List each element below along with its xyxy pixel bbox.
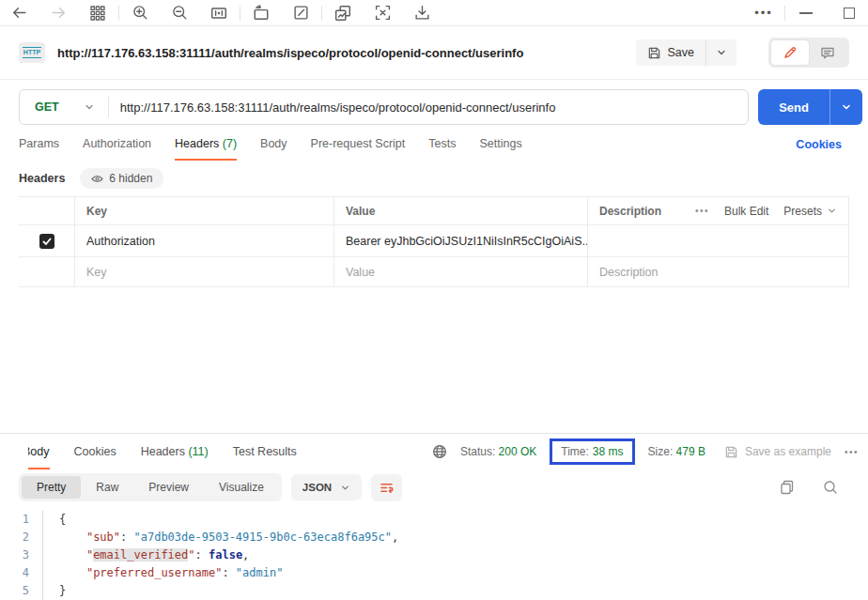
response-headers-count: (11) [188,445,208,458]
save-as-example-button[interactable]: Save as example [724,445,831,459]
checkbox-column-header [19,197,75,224]
edit-icon[interactable] [291,4,310,23]
tab-headers[interactable]: Headers (7) [175,137,237,161]
cookies-link[interactable]: Cookies [796,138,842,160]
row-checkbox-checked[interactable] [39,234,54,249]
actual-size-icon[interactable] [209,4,228,23]
response-tab-cookies[interactable]: Cookies [74,434,116,469]
headers-section-title: Headers [19,172,65,185]
response-view-bar: Pretty Raw Preview Visualize JSON [0,469,868,507]
chevron-down-icon [827,206,837,216]
send-button-label: Send [758,89,829,125]
chevron-down-icon [841,101,852,113]
back-icon[interactable] [9,4,28,23]
chevron-down-icon [84,101,95,113]
description-placeholder[interactable]: Description [588,257,849,286]
header-value-cell[interactable]: Bearer eyJhbGciOiJSUzI1NiIsInR5cCIgOiAiS… [334,225,588,256]
edit-pencil-button[interactable] [771,40,809,65]
chevron-down-icon [716,47,727,58]
send-button[interactable]: Send [758,89,862,125]
method-selector[interactable]: GET [20,100,108,114]
zoom-in-icon[interactable] [131,4,149,23]
tab-params[interactable]: Params [19,137,59,161]
view-tab-pretty[interactable]: Pretty [22,476,81,499]
maximize-button[interactable] [840,4,859,23]
response-section: Body Cookies Headers (11) Test Results S… [0,433,868,600]
save-dropdown-button[interactable] [705,39,736,66]
floppy-icon [647,46,661,60]
request-title-row: HTTP http://117.176.63.158:31111/auth/re… [0,26,868,80]
format-dropdown[interactable]: JSON [291,474,362,500]
tab-settings[interactable]: Settings [479,137,521,161]
request-url-bar: GET http://117.176.63.158:31111/auth/rea… [19,89,862,125]
view-tab-visualize[interactable]: Visualize [204,476,279,499]
comment-icon [820,45,835,60]
tab-tests[interactable]: Tests [428,137,456,161]
header-key-cell[interactable]: Authorization [75,225,334,256]
url-input[interactable]: http://117.176.63.158:31111/auth/realms/… [109,100,567,115]
url-input-container: GET http://117.176.63.158:31111/auth/rea… [19,89,749,125]
header-description-cell[interactable] [588,225,849,256]
search-response-icon[interactable] [821,478,840,497]
toolbar-divider [240,6,240,21]
more-options-icon[interactable]: ••• [754,4,773,23]
column-key: Key [75,197,334,224]
tab-authorization[interactable]: Authorization [83,137,151,161]
response-tab-headers[interactable]: Headers (11) [141,434,209,469]
network-globe-icon [432,444,447,459]
check-icon [42,237,52,246]
view-tab-raw[interactable]: Raw [81,476,133,499]
response-more-icon[interactable]: ••• [845,447,859,457]
bulk-edit-button[interactable]: Bulk Edit [724,205,768,218]
chevron-down-icon [340,483,350,493]
toolbar-divider [784,6,785,21]
key-placeholder[interactable]: Key [75,257,334,286]
response-header: Body Cookies Headers (11) Test Results S… [0,434,868,469]
response-view-tabs: Pretty Raw Preview Visualize [19,473,282,501]
table-header-row: Key Value Description ••• Bulk Edit Pres… [19,196,849,225]
copy-image-icon[interactable] [333,4,352,23]
wrap-lines-icon [380,481,394,495]
wrap-lines-button[interactable] [371,474,402,501]
http-method-badge: HTTP [19,42,45,63]
zoom-out-icon[interactable] [170,4,189,23]
screenshot-viewer-window: ••• HTTP http://117.176.63.158:31111/aut… [0,0,868,600]
tab-body[interactable]: Body [260,137,287,161]
column-value: Value [334,197,588,224]
headers-table: Key Value Description ••• Bulk Edit Pres… [19,196,849,287]
status-field: Status: 200 OK [460,445,536,458]
forward-icon[interactable] [49,4,68,23]
code-lines[interactable]: 1{2 "sub": "a7db03de-9503-4915-9b0c-63ec… [0,511,868,600]
hidden-headers-toggle[interactable]: 6 hidden [80,168,163,189]
response-tabs: Body Cookies Headers (11) Test Results [28,434,321,469]
floppy-icon [724,445,738,459]
tab-prerequest-script[interactable]: Pre-request Script [311,137,406,161]
viewer-toolbar: ••• [0,0,868,26]
send-dropdown-button[interactable] [829,89,862,125]
request-tabs: Params Authorization Headers (7) Body Pr… [0,137,868,161]
minimize-button[interactable] [797,4,815,23]
size-value: 479 B [676,445,705,458]
method-label: GET [35,100,59,114]
toolbar-divider [321,6,322,21]
download-icon[interactable] [412,4,431,23]
grid-view-icon[interactable] [88,4,107,23]
request-title: http://117.176.63.158:31111/auth/realms/… [57,46,523,60]
value-placeholder[interactable]: Value [334,257,588,286]
copy-response-icon[interactable] [778,478,797,497]
save-button[interactable]: Save [636,39,737,66]
table-row-empty: Key Value Description [19,257,849,287]
empty-space [0,287,868,433]
comments-button[interactable] [809,40,846,65]
view-tab-preview[interactable]: Preview [133,476,204,499]
orientation-icon[interactable] [252,4,271,23]
time-annotation-box: Time: 38 ms [550,438,634,465]
toolbar-divider [118,6,119,21]
select-text-icon[interactable] [373,4,392,23]
save-button-label: Save [668,46,695,59]
presets-dropdown[interactable]: Presets [783,205,837,218]
table-more-icon[interactable]: ••• [695,206,709,216]
response-tab-body[interactable]: Body [28,434,50,469]
status-value: 200 OK [499,445,537,458]
response-tab-test-results[interactable]: Test Results [233,434,297,469]
